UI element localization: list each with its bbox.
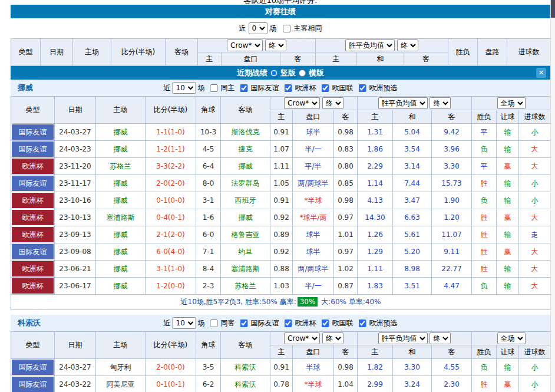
match-row: 国际友谊23-11-17挪威2-0(2-0)8-0法罗群岛1.05两/两球半0.…	[11, 175, 551, 192]
away-team[interactable]: 斯洛伐克	[221, 124, 270, 141]
section-gap	[11, 310, 550, 315]
handicap-result-cell: 输	[497, 359, 519, 376]
league-filter-checkbox[interactable]	[240, 84, 248, 92]
away-team[interactable]: 捷克	[221, 141, 270, 158]
away-team[interactable]: 西班牙	[221, 192, 270, 209]
team-name-label: 科索沃	[11, 318, 41, 328]
corner-score: 8-4	[196, 261, 221, 278]
league-filter-checkbox[interactable]	[322, 84, 329, 92]
single-rate: 40%	[365, 298, 381, 306]
away-team[interactable]: 格鲁吉亚	[221, 226, 270, 243]
avg-draw: 5.61	[393, 226, 432, 243]
home-team[interactable]: 挪威	[96, 192, 146, 209]
away-team[interactable]: 约旦	[221, 243, 270, 261]
avg-draw: 5.20	[393, 243, 432, 261]
avg-select[interactable]: 胜平负均值	[345, 39, 395, 51]
odds-away: 1.04	[334, 376, 358, 392]
close-icon[interactable]: ✕	[536, 68, 546, 78]
home-team[interactable]: 挪威	[96, 124, 146, 141]
games-label: 场	[198, 83, 205, 93]
col-avg-home: 主	[358, 110, 393, 124]
handicap-result-cell: 输	[497, 175, 519, 192]
league-filter-label: 欧国联	[332, 83, 354, 93]
league-type-cell: 欧洲杯	[11, 226, 55, 243]
same-home-checkbox[interactable]	[210, 84, 218, 92]
odds-state-select[interactable]: 终	[322, 97, 343, 109]
horizontal-layout-label: 横版	[309, 68, 324, 78]
odds-handicap: 平/半	[293, 158, 334, 175]
away-team[interactable]: 塞浦路斯	[221, 261, 270, 278]
vertical-layout-radio[interactable]	[270, 70, 278, 77]
league-filter-checkbox[interactable]	[240, 319, 248, 327]
scope-select[interactable]: 全场	[497, 332, 526, 344]
league-filter-checkbox[interactable]	[359, 84, 366, 92]
avg-draw: 7.44	[393, 175, 432, 192]
odds-select-cell: Crow* 终	[270, 332, 358, 345]
league-type-cell: 欧洲杯	[11, 209, 55, 226]
home-team[interactable]: 阿美尼亚	[96, 376, 146, 392]
league-filter-checkbox[interactable]	[359, 319, 366, 327]
scrollbar-track[interactable]	[550, 0, 555, 392]
avg-away: 9.11	[432, 243, 472, 261]
odds-away: 0.97	[334, 243, 358, 261]
odds-company-select[interactable]: Crow*	[284, 332, 320, 344]
scope-select[interactable]: 全场	[497, 97, 526, 109]
avg-state-select[interactable]: 终	[430, 97, 451, 109]
avg-state-select[interactable]: 终	[397, 39, 418, 51]
corner-score: 6-0	[196, 226, 221, 243]
scrollbar-thumb[interactable]	[551, 0, 555, 18]
odds-home: 1.05	[270, 175, 293, 192]
league-filter-checkbox[interactable]	[285, 319, 292, 327]
home-team[interactable]: 挪威	[96, 226, 146, 243]
away-team[interactable]: 苏格兰	[221, 278, 270, 295]
col-goals: 进球数	[519, 110, 551, 124]
recent-count-select[interactable]: 10	[173, 317, 196, 329]
col-away: 客场	[221, 97, 270, 124]
corner-score: 1-6	[196, 209, 221, 226]
odds-state-select[interactable]: 终	[265, 39, 286, 51]
home-team[interactable]: 苏格兰	[96, 158, 146, 175]
home-team[interactable]: 挪威	[96, 243, 146, 261]
home-team[interactable]: 挪威	[96, 141, 146, 158]
same-home-away-checkbox[interactable]	[283, 25, 290, 32]
avg-select[interactable]: 胜平负均值	[378, 97, 428, 109]
odds-home: 0.91	[270, 359, 293, 376]
win-rate: 50%	[262, 298, 278, 306]
horizontal-layout-radio[interactable]	[299, 70, 306, 77]
col-goals: 进球数	[519, 345, 551, 359]
avg-draw: 3.47	[393, 192, 432, 209]
away-team[interactable]: 挪威	[221, 209, 270, 226]
home-team[interactable]: 塞浦路斯	[96, 209, 146, 226]
home-team[interactable]: 匈牙利	[96, 359, 146, 376]
match-row: 国际友谊24-03-27挪威1-1(1-0)10-3斯洛伐克0.91球半0.98…	[11, 124, 551, 141]
away-team[interactable]: 法罗群岛	[221, 175, 270, 192]
away-team[interactable]: 挪威	[221, 158, 270, 175]
avg-select[interactable]: 胜平负均值	[378, 332, 428, 344]
odds-company-select[interactable]: Crow*	[227, 39, 263, 51]
league-filter-checkbox[interactable]	[322, 319, 329, 327]
home-team[interactable]: 挪威	[96, 175, 146, 192]
home-team[interactable]: 挪威	[96, 261, 146, 278]
league-type-badge: 欧洲杯	[12, 261, 54, 276]
col-result: 胜负	[448, 39, 478, 66]
league-type-cell: 欧洲杯	[11, 261, 55, 278]
h2h-table: 类型 日期 主场 比分(半场) 客场 Crow* 终 胜平负均值 终 胜负 盘路…	[11, 38, 551, 66]
odds-home: 0.92	[270, 209, 293, 226]
recent-count-select[interactable]: 10	[173, 82, 196, 94]
odds-state-select[interactable]: 终	[322, 332, 343, 344]
away-team[interactable]: 科索沃	[221, 359, 270, 376]
odds-away: 0.98	[334, 192, 358, 209]
same-away-checkbox[interactable]	[210, 319, 218, 327]
league-filter-checkbox[interactable]	[285, 84, 292, 92]
odds-away: 1.02	[334, 261, 358, 278]
home-team[interactable]: 挪威	[96, 278, 146, 295]
away-team[interactable]: 科索沃	[221, 376, 270, 392]
odds-company-select[interactable]: Crow*	[284, 97, 320, 109]
avg-away: 4.55	[432, 359, 472, 376]
same-home-label: 同主	[221, 83, 235, 93]
h2h-count-select[interactable]: 0	[249, 22, 267, 34]
result-cell: 胜	[472, 226, 497, 243]
avg-draw: 3.51	[393, 278, 432, 295]
avg-state-select[interactable]: 终	[430, 332, 451, 344]
col-avg-home: 主	[316, 52, 357, 66]
